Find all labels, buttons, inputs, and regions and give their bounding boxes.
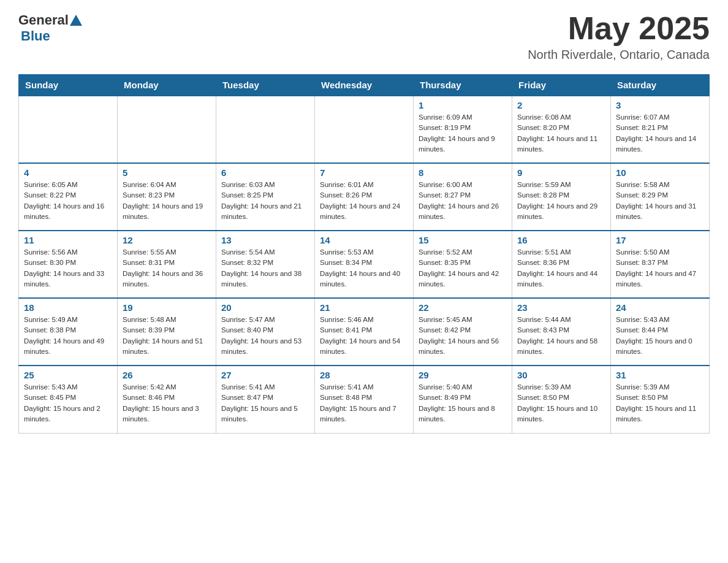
day-info: Sunrise: 5:40 AM Sunset: 8:49 PM Dayligh… (419, 382, 507, 424)
day-info: Sunrise: 6:07 AM Sunset: 8:21 PM Dayligh… (616, 112, 704, 155)
day-number: 25 (24, 370, 112, 380)
day-info: Sunrise: 5:50 AM Sunset: 8:37 PM Dayligh… (616, 247, 704, 289)
day-number: 29 (419, 370, 507, 380)
calendar-header-friday: Friday (512, 75, 611, 96)
location-title: North Riverdale, Ontario, Canada (528, 48, 710, 62)
calendar-header-tuesday: Tuesday (216, 75, 315, 96)
day-number: 3 (616, 100, 704, 110)
day-info: Sunrise: 5:53 AM Sunset: 8:34 PM Dayligh… (320, 247, 408, 289)
calendar-cell: 25Sunrise: 5:43 AM Sunset: 8:45 PM Dayli… (19, 366, 118, 433)
calendar-cell: 17Sunrise: 5:50 AM Sunset: 8:37 PM Dayli… (611, 231, 710, 298)
day-number: 5 (123, 167, 211, 178)
day-info: Sunrise: 5:54 AM Sunset: 8:32 PM Dayligh… (221, 247, 309, 289)
calendar-cell: 4Sunrise: 6:05 AM Sunset: 8:22 PM Daylig… (19, 163, 118, 231)
day-info: Sunrise: 6:05 AM Sunset: 8:22 PM Dayligh… (24, 180, 112, 222)
day-info: Sunrise: 5:45 AM Sunset: 8:42 PM Dayligh… (419, 315, 507, 357)
page-header: General Blue May 2025 North Riverdale, O… (18, 12, 710, 62)
calendar-cell: 29Sunrise: 5:40 AM Sunset: 8:49 PM Dayli… (414, 366, 512, 433)
day-number: 26 (123, 370, 211, 380)
calendar-cell: 30Sunrise: 5:39 AM Sunset: 8:50 PM Dayli… (512, 366, 611, 433)
day-info: Sunrise: 5:55 AM Sunset: 8:31 PM Dayligh… (123, 247, 211, 289)
day-info: Sunrise: 5:39 AM Sunset: 8:50 PM Dayligh… (616, 382, 704, 424)
calendar-cell: 5Sunrise: 6:04 AM Sunset: 8:23 PM Daylig… (118, 163, 216, 231)
day-info: Sunrise: 6:09 AM Sunset: 8:19 PM Dayligh… (419, 112, 507, 155)
day-info: Sunrise: 6:08 AM Sunset: 8:20 PM Dayligh… (517, 112, 605, 155)
calendar-cell: 1Sunrise: 6:09 AM Sunset: 8:19 PM Daylig… (414, 96, 512, 163)
day-info: Sunrise: 6:00 AM Sunset: 8:27 PM Dayligh… (419, 180, 507, 222)
day-number: 2 (517, 100, 605, 110)
calendar-cell: 23Sunrise: 5:44 AM Sunset: 8:43 PM Dayli… (512, 298, 611, 366)
logo: General Blue (18, 12, 83, 44)
day-number: 28 (320, 370, 408, 380)
calendar-cell: 11Sunrise: 5:56 AM Sunset: 8:30 PM Dayli… (19, 231, 118, 298)
calendar-cell: 2Sunrise: 6:08 AM Sunset: 8:20 PM Daylig… (512, 96, 611, 163)
calendar-cell: 20Sunrise: 5:47 AM Sunset: 8:40 PM Dayli… (216, 298, 315, 366)
week-row-2: 4Sunrise: 6:05 AM Sunset: 8:22 PM Daylig… (19, 163, 710, 231)
day-info: Sunrise: 6:01 AM Sunset: 8:26 PM Dayligh… (320, 180, 408, 222)
day-number: 30 (517, 370, 605, 380)
calendar-cell: 28Sunrise: 5:41 AM Sunset: 8:48 PM Dayli… (315, 366, 414, 433)
day-info: Sunrise: 5:44 AM Sunset: 8:43 PM Dayligh… (517, 315, 605, 357)
calendar-cell: 18Sunrise: 5:49 AM Sunset: 8:38 PM Dayli… (19, 298, 118, 366)
day-info: Sunrise: 5:46 AM Sunset: 8:41 PM Dayligh… (320, 315, 408, 357)
week-row-1: 1Sunrise: 6:09 AM Sunset: 8:19 PM Daylig… (19, 96, 710, 163)
calendar-header-sunday: Sunday (19, 75, 118, 96)
day-number: 7 (320, 167, 408, 178)
calendar-header-thursday: Thursday (414, 75, 512, 96)
day-info: Sunrise: 5:42 AM Sunset: 8:46 PM Dayligh… (123, 382, 211, 424)
day-info: Sunrise: 5:39 AM Sunset: 8:50 PM Dayligh… (517, 382, 605, 424)
day-number: 10 (616, 167, 704, 178)
title-section: May 2025 North Riverdale, Ontario, Canad… (528, 12, 710, 62)
week-row-3: 11Sunrise: 5:56 AM Sunset: 8:30 PM Dayli… (19, 231, 710, 298)
day-info: Sunrise: 5:49 AM Sunset: 8:38 PM Dayligh… (24, 315, 112, 357)
day-number: 20 (221, 302, 309, 313)
calendar-cell: 22Sunrise: 5:45 AM Sunset: 8:42 PM Dayli… (414, 298, 512, 366)
day-number: 11 (24, 235, 112, 245)
calendar-cell (19, 96, 118, 163)
day-number: 19 (123, 302, 211, 313)
calendar-cell: 27Sunrise: 5:41 AM Sunset: 8:47 PM Dayli… (216, 366, 315, 433)
day-number: 18 (24, 302, 112, 313)
calendar-cell: 12Sunrise: 5:55 AM Sunset: 8:31 PM Dayli… (118, 231, 216, 298)
calendar-cell (118, 96, 216, 163)
day-info: Sunrise: 5:47 AM Sunset: 8:40 PM Dayligh… (221, 315, 309, 357)
calendar-cell: 10Sunrise: 5:58 AM Sunset: 8:29 PM Dayli… (611, 163, 710, 231)
calendar-cell: 9Sunrise: 5:59 AM Sunset: 8:28 PM Daylig… (512, 163, 611, 231)
calendar-cell: 31Sunrise: 5:39 AM Sunset: 8:50 PM Dayli… (611, 366, 710, 433)
week-row-4: 18Sunrise: 5:49 AM Sunset: 8:38 PM Dayli… (19, 298, 710, 366)
day-info: Sunrise: 5:58 AM Sunset: 8:29 PM Dayligh… (616, 180, 704, 222)
day-number: 13 (221, 235, 309, 245)
day-number: 21 (320, 302, 408, 313)
day-number: 17 (616, 235, 704, 245)
day-info: Sunrise: 5:43 AM Sunset: 8:45 PM Dayligh… (24, 382, 112, 424)
logo-general-text: General (18, 12, 69, 28)
day-info: Sunrise: 5:41 AM Sunset: 8:47 PM Dayligh… (221, 382, 309, 424)
logo-blue-text: Blue (21, 28, 50, 44)
day-info: Sunrise: 5:51 AM Sunset: 8:36 PM Dayligh… (517, 247, 605, 289)
day-number: 6 (221, 167, 309, 178)
day-info: Sunrise: 6:03 AM Sunset: 8:25 PM Dayligh… (221, 180, 309, 222)
calendar-cell (315, 96, 414, 163)
day-info: Sunrise: 5:43 AM Sunset: 8:44 PM Dayligh… (616, 315, 704, 357)
calendar-cell: 7Sunrise: 6:01 AM Sunset: 8:26 PM Daylig… (315, 163, 414, 231)
calendar-header-wednesday: Wednesday (315, 75, 414, 96)
calendar-cell: 14Sunrise: 5:53 AM Sunset: 8:34 PM Dayli… (315, 231, 414, 298)
day-info: Sunrise: 5:59 AM Sunset: 8:28 PM Dayligh… (517, 180, 605, 222)
day-number: 23 (517, 302, 605, 313)
calendar-cell: 8Sunrise: 6:00 AM Sunset: 8:27 PM Daylig… (414, 163, 512, 231)
day-number: 4 (24, 167, 112, 178)
day-number: 15 (419, 235, 507, 245)
day-number: 27 (221, 370, 309, 380)
week-row-5: 25Sunrise: 5:43 AM Sunset: 8:45 PM Dayli… (19, 366, 710, 433)
day-info: Sunrise: 5:41 AM Sunset: 8:48 PM Dayligh… (320, 382, 408, 424)
calendar-cell: 16Sunrise: 5:51 AM Sunset: 8:36 PM Dayli… (512, 231, 611, 298)
calendar-cell: 15Sunrise: 5:52 AM Sunset: 8:35 PM Dayli… (414, 231, 512, 298)
month-title: May 2025 (528, 12, 710, 44)
calendar-cell: 24Sunrise: 5:43 AM Sunset: 8:44 PM Dayli… (611, 298, 710, 366)
day-number: 9 (517, 167, 605, 178)
calendar-cell: 26Sunrise: 5:42 AM Sunset: 8:46 PM Dayli… (118, 366, 216, 433)
day-number: 24 (616, 302, 704, 313)
day-number: 31 (616, 370, 704, 380)
calendar-cell: 21Sunrise: 5:46 AM Sunset: 8:41 PM Dayli… (315, 298, 414, 366)
calendar-cell: 19Sunrise: 5:48 AM Sunset: 8:39 PM Dayli… (118, 298, 216, 366)
